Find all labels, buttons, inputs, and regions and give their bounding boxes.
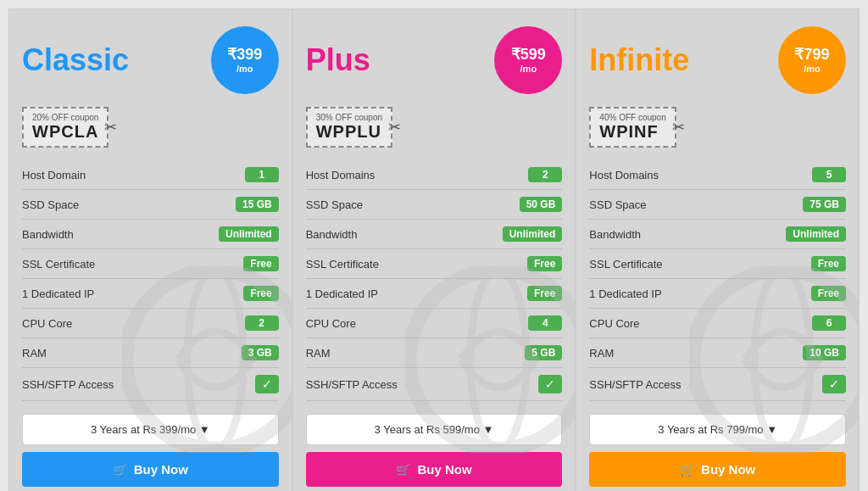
feature-label: RAM: [22, 347, 242, 360]
feature-item: 1 Dedicated IPFree: [306, 279, 563, 309]
coupon-code: WPCLA: [32, 122, 98, 142]
feature-badge-green: 50 GB: [520, 197, 563, 212]
feature-item: SSL CertificateFree: [589, 249, 846, 279]
check-icon: ✓: [822, 375, 846, 393]
plan-header: Infinite₹799/mo: [589, 26, 846, 94]
feature-label: SSH/SFTP Access: [22, 378, 255, 391]
feature-label: CPU Core: [589, 317, 812, 330]
feature-label: RAM: [589, 347, 803, 360]
feature-label: 1 Dedicated IP: [589, 287, 810, 300]
coupon-label: 30% OFF coupon: [316, 113, 382, 122]
feature-item: 1 Dedicated IPFree: [589, 279, 846, 309]
feature-item: RAM3 GB: [22, 338, 279, 368]
buy-now-button[interactable]: 🛒Buy Now: [589, 452, 846, 487]
duration-select[interactable]: 3 Years at Rs 599/mo ▼: [306, 414, 563, 445]
plan-card-classic: Classic₹399/mo 20% OFF coupon WPCLA ✂ Ho…: [8, 8, 292, 491]
features-list: Host Domain1SSD Space15 GBBandwidthUnlim…: [22, 160, 279, 401]
feature-badge-number: 1: [245, 167, 279, 182]
feature-label: SSD Space: [22, 198, 236, 211]
buy-button-label: Buy Now: [701, 462, 755, 477]
plan-header: Plus₹599/mo: [306, 26, 563, 94]
feature-label: SSH/SFTP Access: [306, 378, 539, 391]
price-amount: ₹599: [511, 47, 546, 64]
feature-item: BandwidthUnlimited: [589, 220, 846, 249]
feature-label: Bandwidth: [306, 228, 503, 241]
buy-now-button[interactable]: 🛒Buy Now: [22, 452, 279, 487]
coupon-label: 40% OFF coupon: [599, 113, 665, 122]
coupon-box: 40% OFF coupon WPINF ✂: [589, 107, 676, 148]
duration-select[interactable]: 3 Years at Rs 399/mo ▼: [22, 414, 279, 445]
feature-item: SSH/SFTP Access✓: [589, 368, 846, 401]
feature-label: Host Domains: [589, 169, 812, 181]
coupon-code: WPPLU: [316, 122, 382, 142]
feature-badge-green: Free: [243, 286, 278, 301]
feature-badge-green: Free: [527, 256, 562, 271]
feature-item: 1 Dedicated IPFree: [22, 279, 279, 309]
features-list: Host Domains5SSD Space75 GBBandwidthUnli…: [589, 160, 846, 401]
coupon-box: 30% OFF coupon WPPLU ✂: [306, 107, 392, 148]
coupon-box: 20% OFF coupon WPCLA ✂: [22, 107, 108, 148]
features-list: Host Domains2SSD Space50 GBBandwidthUnli…: [306, 160, 563, 401]
feature-item: CPU Core6: [589, 309, 846, 338]
price-period: /mo: [236, 64, 253, 74]
cart-icon: 🛒: [680, 463, 694, 477]
feature-item: SSL CertificateFree: [306, 249, 563, 279]
feature-badge-number: 2: [245, 315, 279, 331]
plan-name: Classic: [22, 42, 129, 78]
plan-card-infinite: Infinite₹799/mo 40% OFF coupon WPINF ✂ H…: [576, 8, 860, 491]
feature-badge-green: Free: [243, 256, 278, 271]
feature-badge-number: 2: [528, 167, 562, 182]
feature-badge-green: Unlimited: [503, 226, 563, 242]
feature-item: Host Domains2: [306, 160, 563, 190]
feature-badge-green: 15 GB: [236, 197, 279, 212]
feature-label: RAM: [306, 347, 526, 360]
feature-item: SSD Space75 GB: [589, 190, 846, 220]
feature-badge-number: 5: [812, 167, 846, 182]
feature-label: SSL Certificate: [22, 258, 243, 271]
feature-badge-green: 3 GB: [242, 345, 279, 360]
feature-item: BandwidthUnlimited: [306, 220, 563, 249]
feature-label: CPU Core: [306, 317, 529, 330]
feature-label: SSH/SFTP Access: [589, 378, 822, 391]
feature-badge-green: 75 GB: [803, 197, 846, 212]
buy-now-button[interactable]: 🛒Buy Now: [306, 452, 563, 487]
plan-card-plus: Plus₹599/mo 30% OFF coupon WPPLU ✂ Host …: [292, 8, 576, 491]
feature-item: Host Domain1: [22, 160, 279, 190]
feature-label: SSL Certificate: [589, 258, 810, 271]
buy-button-label: Buy Now: [417, 462, 471, 477]
cart-icon: 🛒: [113, 463, 127, 477]
price-badge: ₹399/mo: [211, 26, 279, 94]
feature-badge-green: 10 GB: [803, 345, 846, 360]
coupon-label: 20% OFF coupon: [32, 113, 98, 122]
check-icon: ✓: [255, 375, 279, 393]
price-period: /mo: [520, 64, 537, 74]
feature-label: 1 Dedicated IP: [22, 287, 243, 300]
feature-badge-number: 6: [812, 315, 846, 331]
feature-label: SSD Space: [589, 198, 803, 211]
feature-item: RAM10 GB: [589, 338, 846, 368]
duration-select[interactable]: 3 Years at Rs 799/mo ▼: [589, 414, 846, 445]
feature-item: SSH/SFTP Access✓: [306, 368, 563, 401]
scissors-icon: ✂: [672, 118, 685, 137]
check-icon: ✓: [538, 375, 562, 393]
feature-item: CPU Core4: [306, 309, 563, 338]
feature-item: BandwidthUnlimited: [22, 220, 279, 249]
feature-item: SSH/SFTP Access✓: [22, 368, 279, 401]
feature-badge-green: Unlimited: [786, 226, 846, 242]
feature-badge-green: Free: [811, 286, 846, 301]
scissors-icon: ✂: [104, 118, 117, 137]
feature-label: Bandwidth: [22, 228, 219, 241]
plan-header: Classic₹399/mo: [22, 26, 279, 94]
feature-item: CPU Core2: [22, 309, 279, 338]
buy-button-label: Buy Now: [134, 462, 188, 477]
feature-badge-number: 4: [528, 315, 562, 331]
price-amount: ₹399: [227, 47, 262, 64]
feature-label: CPU Core: [22, 317, 245, 330]
price-badge: ₹799/mo: [778, 26, 846, 94]
plan-name: Plus: [306, 42, 370, 78]
feature-item: RAM5 GB: [306, 338, 563, 368]
feature-badge-green: Free: [811, 256, 846, 271]
price-badge: ₹599/mo: [494, 26, 562, 94]
coupon-code: WPINF: [599, 122, 665, 142]
feature-label: SSL Certificate: [306, 258, 527, 271]
